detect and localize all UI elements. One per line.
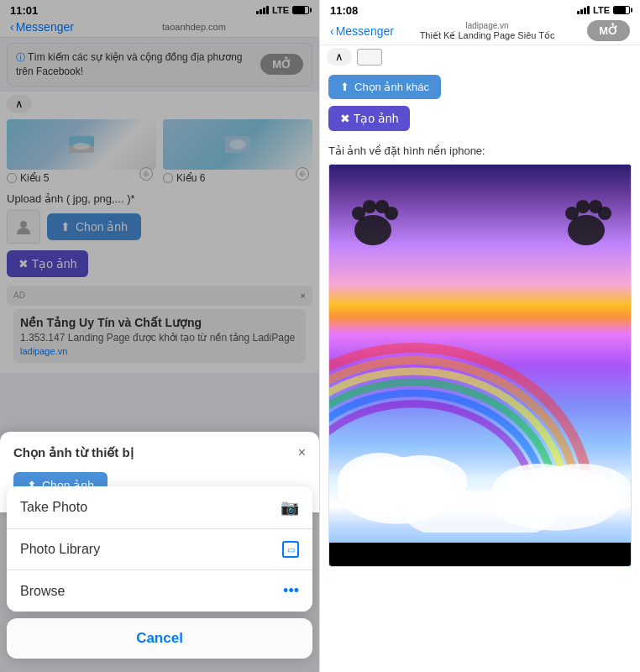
svg-point-24 xyxy=(385,207,398,220)
tai-anh-text: Tải ảnh về đặt hình nền iphone: xyxy=(328,144,632,157)
right-phone: 11:08 LTE ‹ Messenger ladipage.vn Thiết … xyxy=(320,0,640,672)
modal-title: Chọn ảnh từ thiết bị xyxy=(13,445,134,460)
right-time: 11:08 xyxy=(330,4,358,17)
left-paw-icon xyxy=(346,195,401,249)
take-photo-label: Take Photo xyxy=(20,500,87,515)
right-collapse-bar: ∧ xyxy=(320,45,640,68)
left-phone: 11:01 LTE ‹ Messenger taoanhdep.com ⓘ xyxy=(0,0,320,672)
photo-library-icon: ▭ xyxy=(282,541,299,558)
right-battery-icon xyxy=(613,6,630,14)
camera-icon: 📷 xyxy=(281,498,299,517)
right-status-icons: LTE xyxy=(577,5,630,15)
right-domain-main: Thiết Kế Landing Page Siêu Tốc xyxy=(399,30,575,41)
right-domain-area: ladipage.vn Thiết Kế Landing Page Siêu T… xyxy=(399,21,575,41)
right-collapse-button[interactable]: ∧ xyxy=(327,48,352,66)
right-messenger-bar: ‹ Messenger ladipage.vn Thiết Kế Landing… xyxy=(320,18,640,45)
photo-library-label: Photo Library xyxy=(20,542,100,557)
take-photo-item[interactable]: Take Photo 📷 xyxy=(7,486,312,528)
right-content: ⬆ Chọn ảnh khác ✖ Tạo ảnh Tải ảnh về đặt… xyxy=(320,68,640,574)
svg-point-27 xyxy=(576,200,590,213)
browse-item[interactable]: Browse ••• xyxy=(7,570,312,612)
action-sheet: Take Photo 📷 Photo Library ▭ Browse ••• … xyxy=(7,486,312,659)
cancel-button[interactable]: Cancel xyxy=(7,618,312,659)
action-sheet-group: Take Photo 📷 Photo Library ▭ Browse ••• xyxy=(7,486,312,612)
right-status-bar: 11:08 LTE xyxy=(320,0,640,18)
right-messenger-label: Messenger xyxy=(336,24,394,38)
right-signal-icon xyxy=(577,6,590,14)
right-lte-label: LTE xyxy=(593,5,610,15)
modal-close-button[interactable]: × xyxy=(298,445,306,460)
photo-library-item[interactable]: Photo Library ▭ xyxy=(7,528,312,570)
dots-icon: ••• xyxy=(283,582,299,600)
right-tao-anh-button[interactable]: ✖ Tạo ảnh xyxy=(328,106,410,131)
right-paw-icon xyxy=(559,195,614,249)
clouds-svg xyxy=(329,365,631,533)
modal-header: Chọn ảnh từ thiết bị × xyxy=(13,445,306,460)
right-mo-button[interactable]: MỞ xyxy=(587,20,630,41)
right-page-thumb xyxy=(357,49,382,66)
chon-anh-khac-icon: ⬆ xyxy=(340,81,349,93)
svg-point-22 xyxy=(363,200,376,213)
chon-anh-khac-button[interactable]: ⬆ Chọn ảnh khác xyxy=(328,75,441,99)
browse-label: Browse xyxy=(20,584,65,599)
phone-frame-bottom xyxy=(329,543,631,566)
paw-prints-row xyxy=(329,195,631,249)
right-domain-small: ladipage.vn xyxy=(399,21,575,30)
svg-point-29 xyxy=(598,207,611,220)
right-back-button[interactable]: ‹ Messenger xyxy=(330,24,394,38)
preview-image xyxy=(328,164,632,567)
